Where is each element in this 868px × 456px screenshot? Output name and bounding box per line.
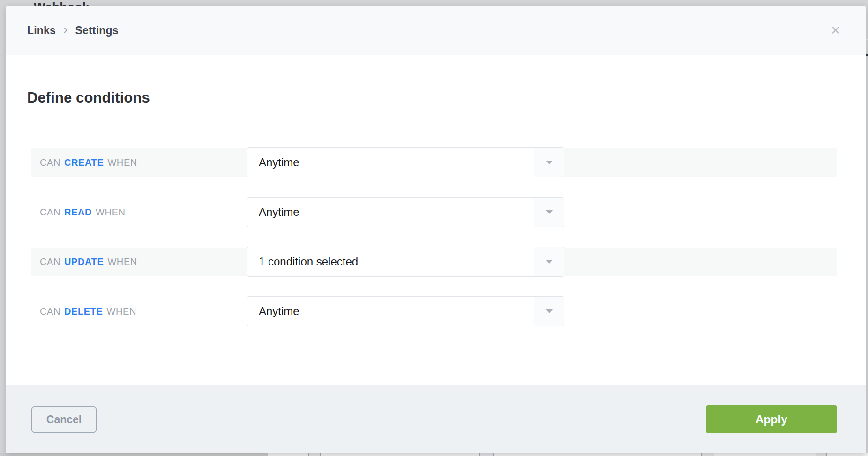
chevron-down-icon (546, 309, 553, 313)
background-table-border (714, 453, 714, 456)
label-prefix: CAN (40, 157, 60, 168)
background-table-cell (816, 453, 826, 456)
dropdown-selected-value: Anytime (247, 297, 534, 326)
label-suffix: WHEN (107, 157, 137, 168)
condition-row-create: CAN CREATE WHEN Anytime (31, 148, 837, 177)
background-table-fragment: USER (0, 453, 868, 456)
close-button[interactable]: ✕ (829, 23, 843, 37)
label-prefix: CAN (40, 257, 60, 267)
label-suffix: WHEN (107, 257, 137, 267)
label-action-create: CREATE (64, 157, 104, 168)
label-action-delete: DELETE (64, 306, 103, 317)
dropdown-selected-value: Anytime (247, 198, 534, 227)
background-table-cell (479, 453, 493, 456)
background-page-right-fragment (866, 0, 868, 456)
chevron-down-icon (546, 161, 553, 164)
settings-modal: Links › Settings ✕ Define conditions CAN… (6, 6, 866, 453)
background-table-border (493, 453, 494, 456)
background-table-cell (0, 453, 268, 456)
background-table-border (701, 453, 702, 456)
label-prefix: CAN (40, 306, 60, 317)
label-suffix: WHEN (107, 306, 137, 317)
background-table-header-user: USER (330, 454, 351, 456)
condition-label: CAN UPDATE WHEN (40, 248, 137, 276)
background-table-cell (308, 453, 320, 456)
read-condition-dropdown[interactable]: Anytime (247, 197, 564, 227)
condition-row-delete: CAN DELETE WHEN Anytime (31, 297, 837, 325)
background-page-top-fragment: Webhook (0, 0, 868, 6)
dropdown-selected-value: 1 condition selected (247, 247, 534, 276)
dropdown-caret-zone (534, 247, 564, 276)
background-page-line (866, 39, 868, 40)
chevron-down-icon (546, 210, 553, 214)
breadcrumb-item-settings: Settings (75, 24, 118, 37)
dropdown-caret-zone (534, 198, 564, 227)
label-action-read: READ (64, 207, 92, 218)
create-condition-dropdown[interactable]: Anytime (247, 147, 564, 177)
modal-footer: Cancel Apply (6, 385, 866, 453)
condition-label: CAN CREATE WHEN (40, 148, 137, 177)
background-table-border (308, 453, 309, 456)
modal-header: Links › Settings ✕ (6, 6, 866, 55)
dropdown-selected-value: Anytime (247, 148, 534, 177)
background-page-title-fragment: Webhook (34, 0, 90, 6)
breadcrumb-item-links[interactable]: Links (27, 24, 56, 37)
chevron-down-icon (546, 260, 553, 264)
page-title: Define conditions (27, 89, 150, 106)
condition-row-update: CAN UPDATE WHEN 1 condition selected (31, 248, 837, 276)
update-condition-dropdown[interactable]: 1 condition selected (247, 247, 564, 277)
chevron-right-icon: › (63, 23, 67, 38)
background-table-border (320, 453, 321, 456)
screen: Webhook USER Links › Settings ✕ (0, 0, 868, 456)
conditions-list: CAN CREATE WHEN Anytime CAN READ WHEN (31, 148, 837, 347)
apply-button[interactable]: Apply (706, 405, 837, 433)
background-table-border (816, 453, 816, 456)
cancel-button[interactable]: Cancel (31, 406, 97, 433)
background-table-border (479, 453, 480, 456)
condition-label: CAN READ WHEN (40, 198, 126, 226)
background-table-border (268, 453, 268, 456)
label-prefix: CAN (40, 207, 60, 218)
close-icon: ✕ (831, 24, 841, 37)
divider (27, 119, 837, 119)
condition-label: CAN DELETE WHEN (40, 297, 136, 325)
label-action-update: UPDATE (64, 257, 104, 267)
label-suffix: WHEN (96, 207, 126, 218)
dropdown-caret-zone (534, 297, 564, 326)
background-table-border (826, 453, 827, 456)
delete-condition-dropdown[interactable]: Anytime (247, 296, 564, 326)
condition-row-read: CAN READ WHEN Anytime (31, 198, 837, 226)
background-table-cell (701, 453, 714, 456)
breadcrumb: Links › Settings (27, 6, 119, 55)
dropdown-caret-zone (534, 148, 564, 177)
